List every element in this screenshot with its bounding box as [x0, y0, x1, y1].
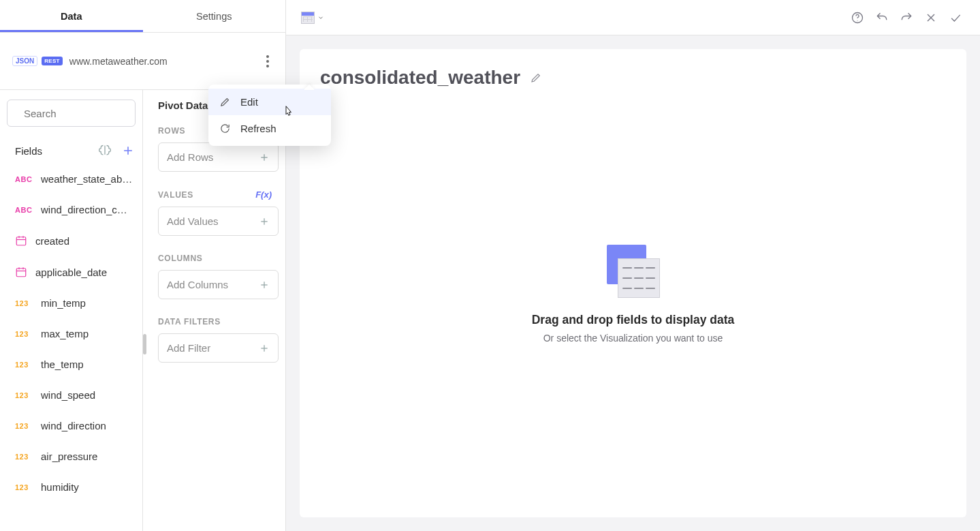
refresh-icon	[219, 123, 231, 134]
plus-icon	[259, 279, 270, 290]
field-name: created	[35, 235, 69, 247]
search-input[interactable]	[7, 100, 136, 127]
svg-rect-9	[16, 269, 26, 277]
pencil-icon	[219, 96, 231, 108]
field-item[interactable]: ABCweather_state_ab…	[0, 164, 142, 194]
undo-icon	[875, 11, 889, 25]
field-item[interactable]: created	[0, 225, 142, 256]
datasource-name: www.metaweather.com	[69, 56, 168, 67]
field-item[interactable]: 123max_temp	[0, 318, 142, 349]
svg-rect-5	[16, 237, 26, 245]
field-name: max_temp	[41, 328, 89, 339]
fields-header-label: Fields	[15, 145, 42, 157]
columns-label: COLUMNS	[158, 254, 279, 263]
pivot-pane: Pivot Data ROWS Add Rows VALUES F(x) Add…	[143, 90, 285, 531]
filters-placeholder: Add Filter	[167, 342, 210, 354]
brain-icon[interactable]	[97, 143, 112, 158]
empty-graphic-icon	[607, 245, 660, 298]
type-123-icon: 123	[15, 391, 33, 399]
field-item[interactable]: 123wind_speed	[0, 380, 142, 410]
type-123-icon: 123	[15, 361, 33, 369]
field-name: the_temp	[41, 359, 84, 370]
calendar-icon	[15, 266, 27, 278]
plus-icon	[259, 152, 270, 163]
empty-state: Drag and drop fields to display data Or …	[320, 89, 946, 500]
close-icon	[924, 11, 938, 25]
add-field-button[interactable]	[121, 143, 136, 158]
values-placeholder: Add Values	[167, 215, 219, 227]
datasource-context-menu: Edit Refresh	[208, 85, 331, 146]
field-item[interactable]: ABCwind_direction_c…	[0, 194, 142, 225]
confirm-button[interactable]	[943, 5, 968, 30]
tabstrip: Data Settings	[0, 0, 285, 33]
field-name: wind_direction_c…	[41, 204, 127, 215]
left-panel: Data Settings JSON REST www.metaweather.…	[0, 0, 286, 531]
fields-pane: Fields ABCweather_state_ab… ABCwind_dire…	[0, 90, 143, 531]
help-icon	[851, 11, 864, 25]
help-button[interactable]	[845, 5, 870, 30]
undo-button[interactable]	[870, 5, 894, 30]
field-name: weather_state_ab…	[41, 173, 132, 185]
right-area: consolidated_weather Drag and d	[286, 0, 980, 531]
edit-title-button[interactable]	[530, 72, 542, 84]
field-name: air_pressure	[41, 451, 97, 462]
canvas: consolidated_weather Drag and d	[300, 49, 966, 517]
field-name: applicable_date	[35, 267, 107, 278]
values-label: VALUES	[158, 190, 193, 200]
topbar	[286, 0, 980, 35]
type-123-icon: 123	[15, 422, 33, 430]
search-field[interactable]	[24, 108, 143, 119]
field-item[interactable]: applicable_date	[0, 256, 142, 288]
field-name: wind_direction	[41, 420, 106, 431]
type-abc-icon: ABC	[15, 175, 33, 183]
datasource-row: JSON REST www.metaweather.com	[0, 33, 285, 90]
visualization-selector[interactable]	[298, 9, 327, 27]
redo-button[interactable]	[894, 5, 919, 30]
type-123-icon: 123	[15, 330, 33, 338]
filters-label: DATA FILTERS	[158, 317, 279, 327]
calendar-icon	[15, 234, 27, 247]
type-123-icon: 123	[15, 299, 33, 307]
close-button[interactable]	[919, 5, 943, 30]
field-name: min_temp	[41, 297, 86, 309]
plus-icon	[259, 343, 270, 354]
redo-icon	[900, 11, 913, 25]
field-item[interactable]: 123wind_direction	[0, 410, 142, 441]
filters-dropzone[interactable]: Add Filter	[158, 333, 279, 363]
type-123-icon: 123	[15, 483, 33, 491]
rows-dropzone[interactable]: Add Rows	[158, 142, 279, 172]
svg-point-22	[857, 20, 858, 20]
badge-json-icon: JSON	[12, 56, 37, 66]
rows-placeholder: Add Rows	[167, 151, 213, 163]
check-icon	[949, 11, 962, 25]
cursor-icon	[282, 105, 294, 119]
pencil-icon	[530, 72, 542, 84]
datasource-menu-button[interactable]	[259, 51, 276, 72]
values-dropzone[interactable]: Add Values	[158, 207, 279, 236]
menu-refresh[interactable]: Refresh	[208, 115, 331, 142]
field-name: wind_speed	[41, 389, 95, 401]
field-name: humidity	[41, 481, 79, 493]
plus-icon	[259, 216, 270, 227]
page-title: consolidated_weather	[320, 67, 520, 89]
field-item[interactable]: 123min_temp	[0, 288, 142, 318]
type-abc-icon: ABC	[15, 206, 33, 214]
field-item[interactable]: 123humidity	[0, 472, 142, 502]
scrollbar-thumb[interactable]	[143, 334, 146, 354]
menu-refresh-label: Refresh	[240, 123, 276, 134]
table-viz-icon	[301, 12, 315, 24]
tab-settings[interactable]: Settings	[143, 0, 286, 32]
empty-title: Drag and drop fields to display data	[532, 313, 735, 327]
tab-data[interactable]: Data	[0, 0, 143, 32]
badge-rest-icon: REST	[42, 57, 63, 65]
field-list: ABCweather_state_ab… ABCwind_direction_c…	[0, 164, 142, 502]
field-item[interactable]: 123air_pressure	[0, 441, 142, 472]
menu-edit[interactable]: Edit	[208, 89, 331, 115]
columns-dropzone[interactable]: Add Columns	[158, 270, 279, 299]
menu-edit-label: Edit	[240, 96, 258, 108]
empty-subtitle: Or select the Visualization you want to …	[543, 333, 723, 344]
columns-placeholder: Add Columns	[167, 279, 228, 290]
fx-button[interactable]: F(x)	[255, 189, 272, 200]
type-123-icon: 123	[15, 453, 33, 461]
field-item[interactable]: 123the_temp	[0, 349, 142, 380]
